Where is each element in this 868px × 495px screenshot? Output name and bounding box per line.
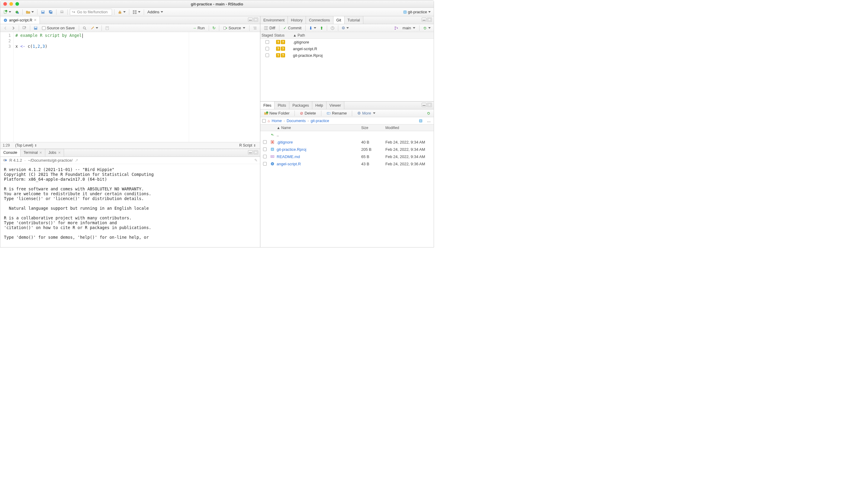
git-push-button[interactable]: ⬆ — [319, 25, 325, 31]
pane-minimize-button[interactable] — [422, 18, 426, 22]
source-on-save-toggle[interactable]: Source on Save — [40, 25, 77, 31]
file-type-selector[interactable]: R Script ⇕ — [237, 142, 258, 148]
wand-button[interactable] — [89, 25, 99, 31]
git-hdr-staged[interactable]: Staged — [260, 33, 274, 37]
tab-packages[interactable]: Packages — [289, 102, 312, 109]
pane-maximize-button[interactable] — [253, 150, 258, 154]
close-icon[interactable]: ✕ — [58, 151, 61, 155]
source-button[interactable]: Source — [222, 25, 247, 31]
files-more-button[interactable]: ⚙ More — [355, 110, 377, 116]
pane-minimize-button[interactable] — [248, 150, 253, 154]
more-path-button[interactable]: … — [426, 118, 432, 124]
files-hdr-size[interactable]: Size — [361, 126, 385, 130]
pane-minimize-button[interactable] — [248, 18, 253, 22]
git-branch-selector[interactable]: main — [401, 25, 417, 31]
rerun-button[interactable]: ↻ — [211, 25, 217, 31]
scope-selector[interactable]: (Top Level) ⇕ — [13, 142, 38, 148]
stage-checkbox[interactable] — [265, 53, 269, 57]
git-more-button[interactable]: ⚙ — [340, 25, 350, 31]
tab-console[interactable]: Console — [0, 149, 20, 156]
file-checkbox[interactable] — [263, 140, 267, 144]
source-tab-angel-script[interactable]: R angel-script.R ✕ — [0, 16, 40, 24]
file-row[interactable]: R git-practice.Rproj 205 B Feb 24, 2022,… — [260, 146, 434, 153]
save-source-button[interactable] — [32, 25, 39, 31]
files-hdr-modified[interactable]: Modified — [385, 126, 434, 130]
git-row[interactable]: ?? git-practice.Rproj — [260, 52, 434, 58]
tab-connections[interactable]: Connections — [306, 16, 333, 24]
rename-button[interactable]: Rename — [325, 110, 349, 116]
outline-button[interactable] — [252, 25, 258, 31]
file-checkbox[interactable] — [263, 155, 267, 158]
project-menu-button[interactable]: R git-practice — [402, 9, 432, 15]
file-checkbox[interactable] — [263, 162, 267, 166]
open-file-button[interactable] — [25, 9, 35, 15]
new-folder-button[interactable]: + New Folder — [262, 110, 291, 116]
file-row-up[interactable]: ⬑ .. — [260, 131, 434, 138]
window-maximize-icon[interactable] — [15, 2, 19, 6]
popup-button[interactable] — [21, 25, 28, 31]
git-hdr-status[interactable]: Status — [274, 33, 291, 37]
pane-maximize-button[interactable] — [253, 18, 258, 22]
find-button[interactable] — [81, 25, 88, 31]
file-name[interactable]: git-practice.Rproj — [277, 147, 306, 152]
pane-maximize-button[interactable] — [427, 18, 432, 22]
tab-help[interactable]: Help — [312, 102, 326, 109]
files-hdr-name[interactable]: ▲ Name — [269, 126, 361, 130]
compile-report-button[interactable] — [104, 25, 110, 31]
git-history-button[interactable] — [329, 25, 336, 31]
window-minimize-icon[interactable] — [10, 2, 13, 6]
save-button[interactable] — [39, 9, 46, 15]
new-project-button[interactable]: + — [14, 9, 20, 15]
tab-environment[interactable]: Environment — [260, 16, 288, 24]
git-refresh-button[interactable] — [422, 25, 432, 31]
breadcrumb-home[interactable]: Home — [272, 119, 282, 123]
delete-button[interactable]: ⊘ Delete — [298, 110, 318, 116]
file-name[interactable]: .gitignore — [277, 140, 293, 144]
home-icon[interactable]: ⌂ — [268, 119, 270, 123]
goto-wd-icon[interactable]: ↗ — [75, 158, 78, 163]
tab-plots[interactable]: Plots — [274, 102, 289, 109]
git-branch-icon[interactable] — [393, 25, 400, 31]
rproj-icon[interactable]: R — [418, 118, 424, 124]
git-pull-button[interactable]: ⬇ — [308, 25, 317, 31]
tab-git[interactable]: Git — [333, 16, 344, 24]
tab-jobs[interactable]: Jobs✕ — [45, 149, 64, 156]
back-button[interactable] — [2, 25, 9, 31]
new-file-button[interactable]: + — [2, 9, 12, 15]
tab-files[interactable]: Files — [260, 102, 274, 109]
clear-console-icon[interactable]: ✎ — [254, 158, 258, 163]
git-row[interactable]: ?? .gitignore — [260, 39, 434, 45]
git-diff-button[interactable]: Diff — [262, 25, 277, 31]
close-tab-icon[interactable]: ✕ — [34, 18, 37, 22]
tab-history[interactable]: History — [288, 16, 306, 24]
window-close-icon[interactable] — [3, 2, 7, 6]
file-name[interactable]: angel-script.R — [277, 162, 301, 166]
file-name[interactable]: README.md — [277, 154, 300, 159]
breadcrumb-documents[interactable]: Documents — [287, 119, 306, 123]
git-commit-button[interactable]: ✓ Commit — [282, 25, 303, 31]
git-row[interactable]: ?? angel-script.R — [260, 45, 434, 52]
console-output[interactable]: R version 4.1.2 (2021-11-01) -- "Bird Hi… — [0, 164, 260, 247]
pane-maximize-button[interactable] — [427, 103, 432, 107]
run-button[interactable]: → Run — [191, 25, 207, 31]
build-button[interactable] — [117, 9, 127, 15]
print-button[interactable] — [58, 9, 65, 15]
pane-minimize-button[interactable] — [422, 103, 426, 107]
save-all-button[interactable] — [48, 9, 54, 15]
addins-button[interactable]: Addins — [146, 9, 164, 15]
breadcrumb-project[interactable]: git-practice — [311, 119, 329, 123]
select-all-checkbox[interactable] — [262, 119, 266, 123]
panes-button[interactable] — [131, 9, 142, 15]
file-row[interactable]: MD README.md 65 B Feb 24, 2022, 9:34 AM — [260, 153, 434, 160]
tab-terminal[interactable]: Terminal✕ — [20, 149, 45, 156]
git-hdr-path[interactable]: ▲ Path — [291, 33, 434, 37]
files-refresh-button[interactable] — [425, 110, 432, 116]
file-row[interactable]: R angel-script.R 43 B Feb 24, 2022, 9:36… — [260, 160, 434, 167]
forward-button[interactable] — [10, 25, 17, 31]
stage-checkbox[interactable] — [265, 47, 269, 50]
tab-tutorial[interactable]: Tutorial — [344, 16, 363, 24]
file-checkbox[interactable] — [263, 148, 267, 151]
tab-viewer[interactable]: Viewer — [326, 102, 344, 109]
goto-file-function-input[interactable]: ↪ Go to file/function — [70, 9, 112, 15]
file-row[interactable]: .gitignore 40 B Feb 24, 2022, 9:34 AM — [260, 138, 434, 146]
